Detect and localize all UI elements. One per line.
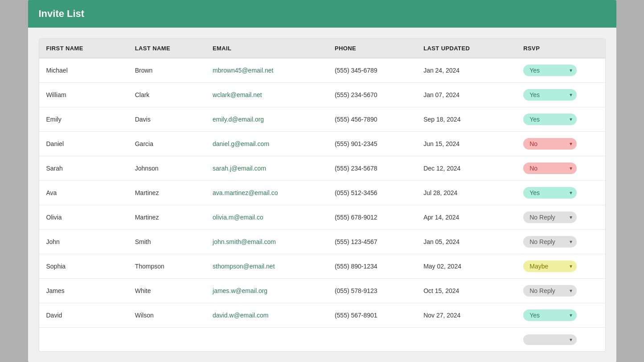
- cell-last_updated: Jun 15, 2024: [416, 132, 516, 156]
- rsvp-label: No Reply: [529, 238, 555, 245]
- cell-last_name: Thompson: [128, 254, 205, 279]
- table-row: SophiaThompsonsthompson@email.net(555) 8…: [39, 254, 605, 279]
- cell-first_name: Ava: [39, 181, 128, 205]
- table-row: AvaMartinezava.martinez@email.co(055) 51…: [39, 181, 605, 205]
- app-body: FIRST NAME LAST NAME EMAIL PHONE LAST UP…: [28, 28, 616, 362]
- table-row: JohnSmithjohn.smith@email.com(555) 123-4…: [39, 230, 605, 254]
- cell-rsvp: No Reply▾: [516, 205, 605, 230]
- table-row: EmilyDavisemily.d@email.org(555) 456-789…: [39, 107, 605, 132]
- chevron-down-icon: ▾: [570, 239, 572, 245]
- cell-email: wclark@email.net: [205, 83, 328, 107]
- rsvp-dropdown[interactable]: Maybe▾: [523, 260, 577, 272]
- cell-last_updated: Dec 12, 2024: [416, 156, 516, 181]
- table-row: DanielGarciadaniel.g@email.com(555) 901-…: [39, 132, 605, 156]
- rsvp-dropdown[interactable]: Yes▾: [523, 187, 577, 199]
- cell-last_updated: Jan 07, 2024: [416, 83, 516, 107]
- chevron-down-icon: ▾: [570, 116, 572, 122]
- rsvp-dropdown[interactable]: No Reply▾: [523, 285, 577, 297]
- cell-last_name: Davis: [128, 107, 205, 132]
- cell-last_name: Martinez: [128, 181, 205, 205]
- rsvp-dropdown[interactable]: Yes▾: [523, 114, 577, 125]
- cell-last_name: Clark: [128, 83, 205, 107]
- cell-first_name: John: [39, 230, 128, 254]
- cell-last_updated: Nov 27, 2024: [416, 303, 516, 328]
- table-row: JamesWhitejames.w@email.org(055) 578-912…: [39, 279, 605, 303]
- chevron-down-icon: ▾: [570, 312, 572, 318]
- chevron-down-icon: ▾: [570, 337, 572, 343]
- col-header-email: EMAIL: [205, 39, 328, 58]
- cell-first_name: James: [39, 279, 128, 303]
- cell-first_name: Michael: [39, 58, 128, 83]
- cell-rsvp: Maybe▾: [516, 254, 605, 279]
- cell-rsvp: ▾: [516, 328, 605, 352]
- cell-phone: (555) 345-6789: [328, 58, 416, 83]
- cell-first_name: David: [39, 303, 128, 328]
- col-header-phone: PHONE: [328, 39, 416, 58]
- table-row: SarahJohnsonsarah.j@email.com(555) 234-5…: [39, 156, 605, 181]
- cell-last_name: Johnson: [128, 156, 205, 181]
- cell-first_name: Sarah: [39, 156, 128, 181]
- chevron-down-icon: ▾: [570, 214, 572, 220]
- cell-first_name: [39, 328, 128, 352]
- app-container: Invite List FIRST NAME LAST NAME EMAIL P…: [28, 0, 616, 362]
- rsvp-dropdown[interactable]: No▾: [523, 163, 577, 174]
- chevron-down-icon: ▾: [570, 165, 572, 171]
- cell-last_updated: [416, 328, 516, 352]
- cell-rsvp: No Reply▾: [516, 279, 605, 303]
- rsvp-dropdown[interactable]: No▾: [523, 138, 577, 150]
- table-row: ▾: [39, 328, 605, 352]
- cell-last_updated: Oct 15, 2024: [416, 279, 516, 303]
- cell-email: mbrown45@email.net: [205, 58, 328, 83]
- rsvp-dropdown[interactable]: Yes▾: [523, 309, 577, 321]
- cell-rsvp: Yes▾: [516, 181, 605, 205]
- cell-last_name: Smith: [128, 230, 205, 254]
- table-row: WilliamClarkwclark@email.net(555) 234-56…: [39, 83, 605, 107]
- chevron-down-icon: ▾: [570, 92, 572, 98]
- col-header-last-name: LAST NAME: [128, 39, 205, 58]
- cell-email: daniel.g@email.com: [205, 132, 328, 156]
- cell-phone: (555) 901-2345: [328, 132, 416, 156]
- cell-email: olivia.m@email.co: [205, 205, 328, 230]
- cell-last_name: White: [128, 279, 205, 303]
- cell-phone: (555) 890-1234: [328, 254, 416, 279]
- cell-rsvp: No Reply▾: [516, 230, 605, 254]
- cell-rsvp: Yes▾: [516, 107, 605, 132]
- cell-phone: [328, 328, 416, 352]
- cell-first_name: Olivia: [39, 205, 128, 230]
- cell-email: [205, 328, 328, 352]
- col-header-first-name: FIRST NAME: [39, 39, 128, 58]
- chevron-down-icon: ▾: [570, 288, 572, 294]
- cell-email: david.w@email.com: [205, 303, 328, 328]
- cell-phone: (555) 678-9012: [328, 205, 416, 230]
- rsvp-label: Yes: [529, 67, 540, 74]
- rsvp-dropdown[interactable]: ▾: [523, 334, 577, 345]
- rsvp-label: Yes: [529, 189, 540, 196]
- rsvp-dropdown[interactable]: Yes▾: [523, 65, 577, 76]
- cell-last_name: [128, 328, 205, 352]
- rsvp-label: Yes: [529, 312, 540, 319]
- rsvp-label: Yes: [529, 91, 540, 98]
- rsvp-dropdown[interactable]: No Reply▾: [523, 236, 577, 248]
- rsvp-dropdown[interactable]: No Reply▾: [523, 212, 577, 223]
- rsvp-label: No: [529, 165, 537, 172]
- cell-rsvp: Yes▾: [516, 58, 605, 83]
- cell-email: james.w@email.org: [205, 279, 328, 303]
- cell-phone: (555) 234-5678: [328, 156, 416, 181]
- table-header: FIRST NAME LAST NAME EMAIL PHONE LAST UP…: [39, 39, 605, 58]
- rsvp-label: No Reply: [529, 214, 555, 221]
- cell-last_updated: Jul 28, 2024: [416, 181, 516, 205]
- rsvp-dropdown[interactable]: Yes▾: [523, 89, 577, 101]
- cell-phone: (555) 234-5670: [328, 83, 416, 107]
- app-header: Invite List: [28, 0, 616, 28]
- cell-last_updated: Apr 14, 2024: [416, 205, 516, 230]
- cell-first_name: Daniel: [39, 132, 128, 156]
- cell-rsvp: No▾: [516, 132, 605, 156]
- cell-email: sthompson@email.net: [205, 254, 328, 279]
- rsvp-label: Maybe: [529, 263, 548, 270]
- chevron-down-icon: ▾: [570, 67, 572, 73]
- cell-email: ava.martinez@email.co: [205, 181, 328, 205]
- col-header-last-updated: LAST UPDATED: [416, 39, 516, 58]
- cell-rsvp: Yes▾: [516, 303, 605, 328]
- table-row: OliviaMartinezolivia.m@email.co(555) 678…: [39, 205, 605, 230]
- table-row: MichaelBrownmbrown45@email.net(555) 345-…: [39, 58, 605, 83]
